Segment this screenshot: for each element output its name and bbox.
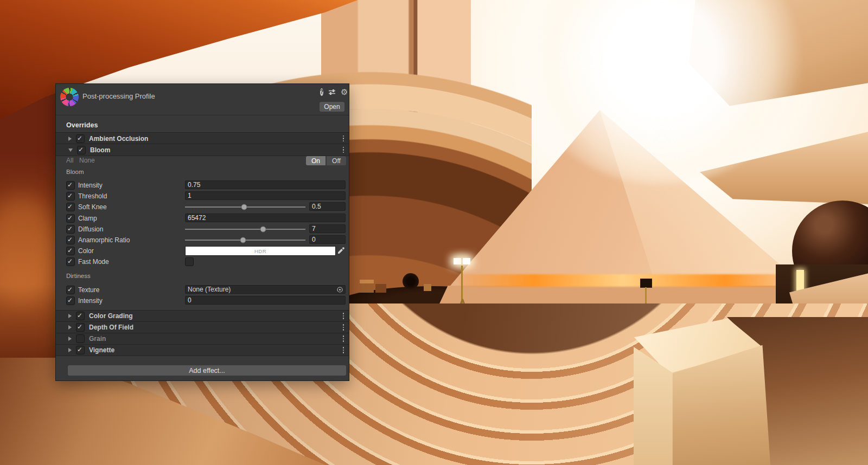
fan-prop — [403, 273, 419, 289]
param-label: Intensity — [78, 182, 103, 189]
param-label: Clamp — [78, 215, 97, 222]
kebab-menu-icon[interactable] — [343, 147, 344, 153]
effect-enabled-checkbox[interactable] — [76, 134, 85, 143]
param-label: Anamorphic Ratio — [78, 236, 130, 244]
effect-enabled-checkbox[interactable] — [76, 312, 85, 320]
param-row-clamp: Clamp 65472 — [56, 213, 349, 224]
effect-row-depth-of-field[interactable]: Depth Of Field — [56, 322, 349, 333]
effect-row-grain[interactable]: Grain — [56, 333, 349, 345]
override-checkbox[interactable] — [66, 236, 75, 244]
effect-row-bloom[interactable]: Bloom — [56, 144, 349, 156]
kebab-menu-icon[interactable] — [343, 335, 344, 342]
off-button[interactable]: Off — [327, 156, 346, 165]
slider-knob[interactable] — [240, 237, 246, 243]
add-effect-button[interactable]: Add effect... — [68, 365, 346, 376]
param-label: Soft Knee — [78, 203, 107, 211]
override-checkbox[interactable] — [66, 296, 75, 305]
param-row-diffusion: Diffusion 7 — [56, 224, 349, 235]
dirt-intensity-input[interactable]: 0 — [185, 296, 346, 305]
foldout-expanded-icon[interactable] — [68, 148, 73, 152]
override-checkbox[interactable] — [66, 181, 75, 190]
intensity-input[interactable]: 0.75 — [185, 180, 346, 189]
eyedropper-icon[interactable] — [337, 247, 345, 254]
effect-enabled-checkbox[interactable] — [76, 346, 85, 354]
override-checkbox[interactable] — [66, 225, 75, 234]
effect-name: Ambient Occlusion — [89, 135, 148, 143]
effect-name: Bloom — [90, 146, 110, 154]
override-checkbox[interactable] — [66, 286, 75, 294]
texture-object-field[interactable]: None (Texture) — [185, 285, 346, 294]
effect-row-ambient-occlusion[interactable]: Ambient Occlusion — [56, 132, 349, 144]
param-label: Fast Mode — [78, 258, 109, 266]
kebab-menu-icon[interactable] — [343, 347, 344, 353]
diffusion-slider[interactable] — [185, 229, 305, 230]
anamorphic-ratio-value-input[interactable]: 0 — [309, 235, 346, 244]
fast-mode-checkbox[interactable] — [185, 257, 194, 266]
override-checkbox[interactable] — [66, 257, 75, 266]
slider-knob[interactable] — [241, 204, 247, 210]
effect-name: Grain — [89, 335, 106, 343]
soft-knee-value-input[interactable]: 0.5 — [309, 202, 346, 211]
param-row-soft-knee: Soft Knee 0.5 — [56, 202, 349, 212]
override-checkbox[interactable] — [66, 192, 75, 201]
override-checkbox[interactable] — [66, 214, 75, 223]
help-icon[interactable]: ? — [320, 88, 323, 96]
hdr-color-swatch[interactable]: HDR — [185, 246, 336, 256]
threshold-input[interactable]: 1 — [185, 191, 346, 200]
foldout-collapsed-icon[interactable] — [68, 314, 72, 318]
crate — [424, 284, 431, 291]
overrides-heading: Overrides — [66, 121, 98, 129]
param-row-texture: Texture None (Texture) — [56, 285, 349, 295]
param-row-fast-mode: Fast Mode — [56, 256, 349, 267]
clamp-input[interactable]: 65472 — [185, 214, 346, 222]
foldout-collapsed-icon[interactable] — [68, 348, 72, 352]
foldout-collapsed-icon[interactable] — [68, 325, 72, 330]
anamorphic-ratio-slider[interactable] — [185, 240, 305, 241]
param-row-intensity: Intensity 0.75 — [56, 180, 349, 191]
effect-enabled-checkbox[interactable] — [77, 146, 86, 154]
post-processing-profile-panel: Post-processing Profile ? ⚙ Open Overrid… — [56, 84, 349, 380]
param-label: Texture — [78, 286, 99, 294]
effect-row-color-grading[interactable]: Color Grading — [56, 310, 349, 322]
group-label-dirtiness: Dirtiness — [66, 273, 91, 279]
header-divider — [56, 115, 349, 115]
all-button[interactable]: All — [66, 157, 73, 164]
override-checkbox[interactable] — [66, 203, 75, 211]
kebab-menu-icon[interactable] — [343, 313, 344, 319]
on-button[interactable]: On — [306, 156, 326, 165]
slider-knob[interactable] — [260, 227, 266, 232]
effect-row-vignette[interactable]: Vignette — [56, 345, 349, 356]
soft-knee-slider[interactable] — [185, 206, 305, 208]
post-processing-aperture-icon — [60, 88, 79, 106]
effect-enabled-checkbox[interactable] — [76, 323, 85, 332]
floodlight-pair — [454, 258, 470, 264]
gear-icon[interactable]: ⚙ — [341, 88, 348, 96]
param-label: Intensity — [78, 297, 103, 305]
foldout-collapsed-icon[interactable] — [68, 137, 72, 141]
foldout-collapsed-icon[interactable] — [68, 337, 72, 341]
kebab-menu-icon[interactable] — [343, 135, 344, 142]
kebab-menu-icon[interactable] — [343, 324, 344, 331]
open-button[interactable]: Open — [320, 102, 344, 112]
effect-list-bottom: Color Grading Depth Of Field Grain Vigne… — [56, 310, 349, 356]
override-checkbox[interactable] — [66, 247, 75, 255]
param-label: Color — [78, 247, 94, 255]
crate — [360, 280, 374, 293]
effect-name: Color Grading — [89, 312, 133, 320]
object-picker-icon[interactable] — [336, 286, 343, 293]
cable-reel — [640, 279, 652, 288]
header-icon-row: ? ⚙ — [320, 88, 347, 96]
override-toggle-row: All None On Off — [56, 155, 349, 166]
screenshot-root: Post-processing Profile ? ⚙ Open Overrid… — [0, 0, 868, 465]
param-label: Diffusion — [78, 225, 103, 233]
presets-icon[interactable] — [328, 88, 336, 96]
texture-object-value: None (Texture) — [188, 286, 231, 293]
effect-name: Depth Of Field — [89, 324, 133, 331]
diffusion-value-input[interactable]: 7 — [309, 224, 346, 233]
effect-enabled-checkbox[interactable] — [76, 334, 85, 343]
none-button[interactable]: None — [79, 157, 95, 164]
effect-name: Vignette — [89, 346, 114, 354]
panel-title: Post-processing Profile — [82, 92, 155, 100]
param-row-dirt-intensity: Intensity 0 — [56, 295, 349, 306]
group-label-bloom: Bloom — [66, 169, 84, 175]
